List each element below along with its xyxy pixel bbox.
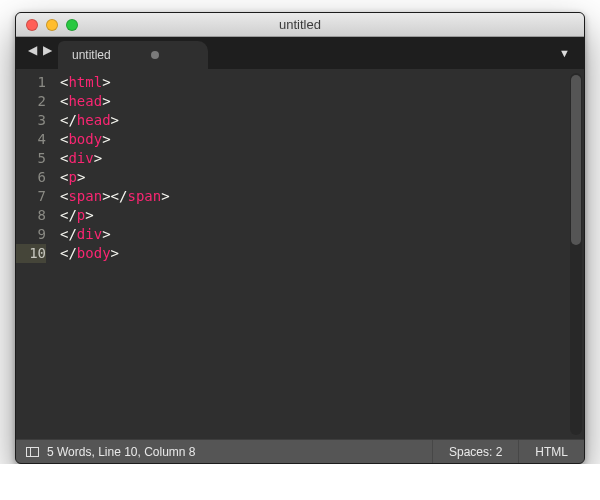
line-number: 8: [16, 206, 46, 225]
tab-label: untitled: [72, 48, 111, 62]
line-gutter: 12345678910: [16, 69, 54, 439]
sidebar-toggle-icon[interactable]: [26, 447, 39, 457]
code-line[interactable]: </div>: [60, 225, 584, 244]
code-line[interactable]: <span></span>: [60, 187, 584, 206]
window-title: untitled: [16, 17, 584, 32]
tab-history-nav: ◀ ▶: [24, 37, 58, 69]
tab-bar: ◀ ▶ untitled ▼: [16, 37, 584, 69]
unsaved-indicator-icon: [151, 51, 159, 59]
line-number: 5: [16, 149, 46, 168]
line-number: 6: [16, 168, 46, 187]
line-number: 2: [16, 92, 46, 111]
status-bar: 5 Words, Line 10, Column 8 Spaces: 2 HTM…: [16, 439, 584, 463]
indentation-selector[interactable]: Spaces: 2: [432, 440, 518, 463]
code-line[interactable]: <head>: [60, 92, 584, 111]
status-info: 5 Words, Line 10, Column 8: [47, 445, 196, 459]
nav-back-icon[interactable]: ◀: [28, 43, 37, 57]
tab-dropdown-icon[interactable]: ▼: [559, 47, 570, 59]
syntax-label: HTML: [535, 445, 568, 459]
code-line[interactable]: <div>: [60, 149, 584, 168]
titlebar[interactable]: untitled: [16, 13, 584, 37]
line-number: 3: [16, 111, 46, 130]
line-number: 10: [16, 244, 46, 263]
line-number: 4: [16, 130, 46, 149]
code-editor[interactable]: 12345678910 <html><head></head><body><di…: [16, 69, 584, 439]
code-line[interactable]: <html>: [60, 73, 584, 92]
code-line[interactable]: <body>: [60, 130, 584, 149]
scrollbar-thumb[interactable]: [571, 75, 581, 245]
code-line[interactable]: <p>: [60, 168, 584, 187]
code-line[interactable]: </head>: [60, 111, 584, 130]
code-line[interactable]: </p>: [60, 206, 584, 225]
line-number: 7: [16, 187, 46, 206]
indentation-label: Spaces: 2: [449, 445, 502, 459]
syntax-selector[interactable]: HTML: [518, 440, 584, 463]
editor-window: untitled ◀ ▶ untitled ▼ 12345678910 <htm…: [15, 12, 585, 464]
code-content[interactable]: <html><head></head><body><div><p><span><…: [54, 69, 584, 439]
nav-forward-icon[interactable]: ▶: [43, 43, 52, 57]
line-number: 1: [16, 73, 46, 92]
code-line[interactable]: </body>: [60, 244, 584, 263]
line-number: 9: [16, 225, 46, 244]
scrollbar-track[interactable]: [570, 73, 582, 435]
tab-untitled[interactable]: untitled: [58, 41, 208, 69]
